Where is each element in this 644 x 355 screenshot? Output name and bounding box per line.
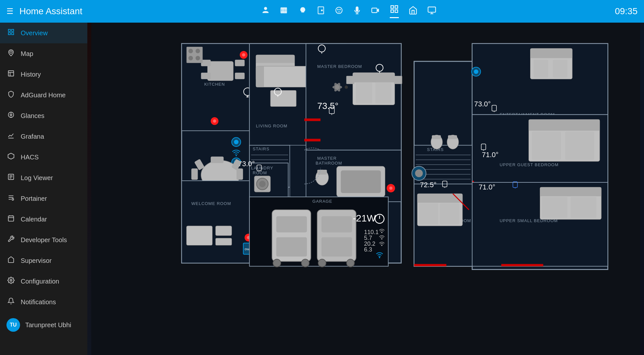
svg-text:-21W: -21W	[353, 213, 376, 223]
svg-text:BATHROOM: BATHROOM	[316, 161, 342, 166]
svg-rect-57	[235, 73, 245, 79]
person-icon[interactable]	[261, 6, 270, 17]
history-icon	[6, 70, 16, 79]
sidebar-item-label: Log Viewer	[21, 174, 53, 182]
svg-rect-183	[533, 60, 548, 78]
svg-text:73.0°: 73.0°	[474, 100, 491, 108]
sidebar-item-calendar[interactable]: Calendar	[0, 209, 87, 230]
svg-text:UPPER GUEST BEDROOM: UPPER GUEST BEDROOM	[500, 162, 559, 167]
svg-rect-233	[541, 197, 567, 218]
door-icon[interactable]	[317, 6, 325, 17]
menu-icon[interactable]: ☰	[6, 7, 14, 16]
svg-point-91	[345, 86, 348, 89]
svg-text:6.3: 6.3	[364, 246, 372, 253]
sidebar-item-hacs[interactable]: HACS	[0, 147, 87, 167]
map-icon	[6, 49, 16, 58]
app-title: Home Assistant	[19, 6, 82, 16]
svg-rect-125	[290, 145, 306, 203]
svg-rect-138	[236, 168, 243, 180]
svg-rect-232	[540, 187, 601, 196]
svg-marker-35	[8, 153, 14, 159]
svg-rect-24	[8, 33, 10, 35]
svg-rect-135	[211, 156, 224, 163]
svg-rect-58	[187, 47, 203, 63]
svg-rect-156	[276, 237, 307, 257]
svg-point-174	[379, 257, 380, 258]
sidebar-item-label: Overview	[21, 29, 48, 37]
svg-point-31	[10, 114, 12, 116]
user-name-label: Tarunpreet Ubhi	[25, 321, 71, 329]
svg-rect-83	[356, 82, 372, 103]
svg-text:0W: 0W	[245, 247, 250, 251]
sidebar-item-label: Portainer	[21, 195, 47, 202]
svg-point-127	[234, 140, 238, 144]
sidebar-item-history[interactable]: History	[0, 64, 87, 85]
svg-rect-145	[187, 226, 213, 245]
sidebar-item-user[interactable]: TU Tarunpreet Ubhi	[0, 312, 87, 338]
glances-icon	[6, 111, 16, 120]
sidebar-item-label: Calendar	[21, 216, 47, 223]
svg-point-162	[318, 259, 326, 267]
sidebar-item-notifications[interactable]: Notifications	[0, 292, 87, 312]
sidebar-item-label: AdGuard Home	[21, 91, 66, 99]
sidebar-item-label: Map	[21, 50, 33, 58]
svg-point-9	[336, 7, 342, 14]
radiator-icon[interactable]	[280, 6, 289, 17]
lightbulb-icon[interactable]	[299, 6, 307, 17]
sidebar-item-label: Grafana	[21, 133, 44, 140]
svg-text:LIVING ROOM: LIVING ROOM	[256, 124, 287, 128]
svg-point-217	[415, 169, 423, 177]
hacs-icon	[6, 153, 16, 162]
svg-point-158	[301, 259, 309, 267]
svg-rect-23	[12, 29, 14, 31]
svg-point-10	[337, 9, 338, 10]
sidebar-item-logviewer[interactable]: Log Viewer	[0, 167, 87, 188]
svg-point-61	[189, 56, 193, 60]
sidebar-item-glances[interactable]: Glances	[0, 105, 87, 126]
sidebar-item-devtools[interactable]: Developer Tools	[0, 230, 87, 250]
svg-text:73.5°: 73.5°	[317, 101, 339, 111]
topbar-left: ☰ Home Assistant	[6, 6, 82, 16]
svg-rect-155	[276, 216, 307, 232]
svg-rect-195	[565, 132, 594, 160]
floorplan[interactable]: KITCHEN LIVING ROOM	[87, 23, 644, 355]
mic-icon[interactable]	[353, 6, 361, 17]
svg-point-62	[196, 56, 200, 60]
sidebar-item-portainer[interactable]: Portainer	[0, 188, 87, 209]
svg-rect-16	[395, 6, 398, 8]
svg-point-48	[10, 279, 12, 281]
svg-rect-86	[394, 76, 402, 84]
sidebar-item-label: Configuration	[21, 278, 59, 285]
home-icon[interactable]	[409, 6, 418, 17]
svg-rect-160	[322, 216, 352, 232]
svg-rect-27	[8, 71, 14, 76]
portainer-icon	[6, 194, 16, 203]
svg-rect-101	[304, 118, 321, 121]
sidebar-item-grafana[interactable]: Grafana	[0, 126, 87, 147]
svg-rect-124	[317, 170, 327, 175]
sidebar-item-supervisor[interactable]: Supervisor	[0, 250, 87, 271]
svg-rect-15	[391, 6, 393, 8]
svg-rect-53	[207, 61, 233, 81]
svg-rect-215	[448, 135, 457, 139]
sidebar-item-label: Notifications	[21, 298, 56, 306]
svg-text:STAIRS: STAIRS	[253, 146, 269, 151]
svg-rect-122	[341, 170, 381, 193]
log-icon	[6, 173, 16, 182]
sidebar-item-adguard[interactable]: AdGuard Home	[0, 85, 87, 105]
svg-rect-74	[256, 66, 264, 87]
floorplan-icon[interactable]	[390, 5, 399, 18]
svg-point-171	[381, 232, 382, 233]
topbar: ☰ Home Assistant	[0, 0, 644, 23]
svg-rect-44	[8, 216, 14, 221]
sidebar-item-overview[interactable]: Overview	[0, 23, 87, 43]
video-icon[interactable]	[371, 6, 380, 17]
svg-rect-194	[532, 132, 561, 160]
shield-icon	[6, 91, 16, 100]
svg-point-128	[235, 155, 237, 156]
sidebar-item-configuration[interactable]: Configuration	[0, 271, 87, 292]
monitor-icon[interactable]	[427, 6, 436, 17]
sidebar-item-map[interactable]: Map	[0, 43, 87, 64]
wrench-icon	[6, 235, 16, 244]
face-icon[interactable]	[335, 6, 343, 17]
